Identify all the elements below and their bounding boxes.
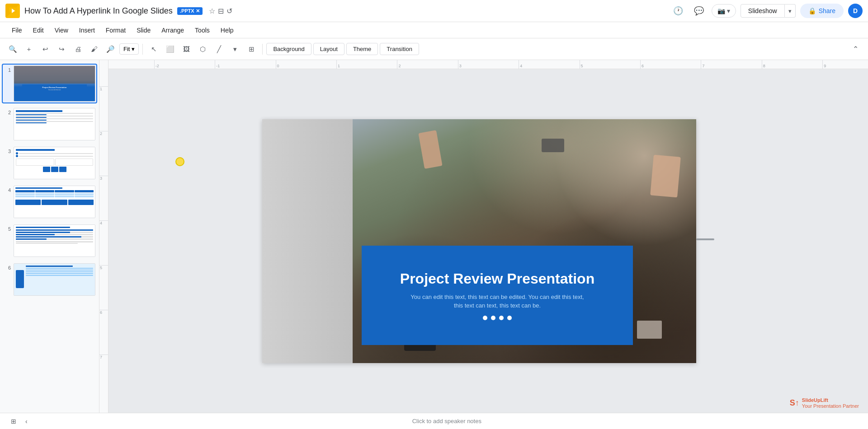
menu-help[interactable]: Help (216, 25, 238, 36)
slide-preview-1: Project Review Presentation You can edit… (14, 65, 95, 102)
menu-insert[interactable]: Insert (75, 25, 99, 36)
select-btn[interactable]: ⬜ (163, 42, 177, 56)
ruler-tick-v: 1 (99, 86, 108, 91)
menu-file[interactable]: File (7, 25, 27, 36)
app-icon (5, 4, 20, 18)
grid-view-btn[interactable]: ⊞ (7, 415, 20, 428)
horizontal-ruler: -2 -1 0 1 2 3 4 5 6 7 8 9 (108, 60, 868, 69)
toolbar: 🔍 + ↩ ↪ 🖨 🖌 🔎 Fit ▾ ↖ ⬜ 🖼 ⬡ ╱ ▾ ⊞ Backgr… (0, 38, 868, 60)
history-icon2[interactable]: ↺ (226, 7, 232, 15)
menu-bar: File Edit View Insert Format Slide Arran… (0, 22, 868, 38)
slide-preview-4 (14, 186, 95, 218)
ruler-tick-v: 6 (99, 310, 108, 315)
cursor-btn[interactable]: ↖ (146, 42, 161, 56)
ruler-tick: 4 (519, 60, 522, 69)
slide-thumb-4[interactable]: 4 (2, 184, 97, 220)
ruler-tick: 9 (822, 60, 826, 69)
slide-canvas-area[interactable]: Project Review Presentation You can edit… (108, 69, 868, 413)
slide-thumb-3[interactable]: 3 (2, 145, 97, 181)
ruler-tick-v: 2 (99, 131, 108, 136)
menu-view[interactable]: View (50, 25, 73, 36)
layout-btn[interactable]: Layout (313, 43, 344, 55)
document-title: How To Add A Hyperlink In Google Slides (24, 6, 173, 16)
slide-number-4: 4 (4, 187, 11, 193)
divider-2 (262, 44, 263, 55)
slides-panel: 1 Project Review Presentation You can ed… (0, 60, 99, 413)
ruler-tick-v: 4 (99, 220, 108, 225)
theme-btn[interactable]: Theme (346, 43, 378, 55)
ruler-tick: 7 (701, 60, 704, 69)
lock-icon: 🔒 (808, 7, 816, 14)
ruler-tick: 6 (640, 60, 644, 69)
ruler-tick-v: 3 (99, 176, 108, 181)
menu-slide[interactable]: Slide (132, 25, 155, 36)
dot-2 (491, 316, 495, 320)
image-btn[interactable]: 🖼 (179, 42, 193, 56)
slide-thumb-1[interactable]: 1 Project Review Presentation You can ed… (2, 64, 97, 103)
top-right-actions: 🕐 💬 📷 ▾ Slideshow ▾ 🔒 Share D (670, 3, 863, 19)
slide-gray-panel (262, 119, 353, 363)
camera-icon: 📷 (717, 7, 725, 14)
slideshow-dropdown-btn[interactable]: ▾ (785, 4, 796, 18)
dot-3 (499, 316, 504, 320)
dot-4 (507, 316, 512, 320)
ruler-tick-v: 5 (99, 265, 108, 270)
ruler-tick: 2 (397, 60, 401, 69)
canvas-area: -2 -1 0 1 2 3 4 5 6 7 8 9 1 2 3 4 5 (99, 60, 868, 413)
slideshow-button[interactable]: Slideshow (741, 4, 785, 18)
active-slide[interactable]: Project Review Presentation You can edit… (262, 119, 696, 363)
slide-preview-3 (14, 147, 95, 179)
background-btn[interactable]: Background (266, 43, 311, 55)
ruler-tick: -2 (154, 60, 159, 69)
horizontal-ruler-container: -2 -1 0 1 2 3 4 5 6 7 8 9 (99, 60, 868, 69)
slide-title: Project Review Presentation (400, 270, 594, 287)
zoom-label: Fit (123, 46, 130, 52)
menu-arrange[interactable]: Arrange (157, 25, 189, 36)
print-btn[interactable]: 🖨 (71, 42, 85, 56)
zoom-select[interactable]: Fit ▾ (119, 43, 139, 55)
toolbar-collapse-btn[interactable]: ⌃ (848, 42, 863, 56)
slide-number-2: 2 (4, 110, 11, 115)
slide-thumb-5[interactable]: 5 (2, 223, 97, 259)
slide-thumb-6[interactable]: 6 (2, 261, 97, 298)
slide-blue-box[interactable]: Project Review Presentation You can edit… (362, 246, 633, 345)
menu-tools[interactable]: Tools (190, 25, 214, 36)
share-button[interactable]: 🔒 Share (800, 4, 844, 18)
slide-preview-5 (14, 224, 95, 257)
user-avatar[interactable]: D (848, 4, 863, 18)
ruler-tick-v: 7 (99, 354, 108, 359)
line-btn[interactable]: ╱ (212, 42, 226, 56)
zoom-plus-btn[interactable]: + (22, 42, 36, 56)
history-btn[interactable]: 🕐 (670, 3, 686, 19)
ruler-tick: 8 (762, 60, 765, 69)
slide-number-6: 6 (4, 265, 11, 270)
speaker-notes[interactable]: Click to add speaker notes (33, 418, 861, 424)
menu-format[interactable]: Format (101, 25, 130, 36)
slide-preview-2 (14, 108, 95, 140)
sidebar-collapse-btn[interactable]: ‹ (25, 418, 28, 425)
camera-dropdown: ▾ (727, 7, 730, 14)
redo-btn[interactable]: ↪ (54, 42, 69, 56)
slide-subtitle: You can edit this text, this text can be… (410, 293, 584, 310)
line-dropdown-btn[interactable]: ▾ (228, 42, 242, 56)
zoom-dropdown-icon: ▾ (132, 46, 135, 52)
comment-insert-btn[interactable]: ⊞ (244, 42, 259, 56)
present-btn[interactable]: 📷 ▾ (712, 4, 736, 18)
search-btn[interactable]: 🔍 (5, 42, 20, 56)
star-icon[interactable]: ☆ (209, 7, 215, 15)
undo-btn[interactable]: ↩ (38, 42, 52, 56)
ruler-tick: 5 (580, 60, 583, 69)
transition-btn[interactable]: Transition (380, 43, 419, 55)
slide-dot-indicators (483, 316, 512, 320)
ruler-tick: 0 (276, 60, 279, 69)
ruler-tick: 3 (458, 60, 462, 69)
zoom-btn[interactable]: 🔎 (103, 42, 118, 56)
menu-edit[interactable]: Edit (28, 25, 48, 36)
ruler-tick: -1 (215, 60, 220, 69)
divider-1 (142, 44, 143, 55)
shapes-btn[interactable]: ⬡ (195, 42, 210, 56)
comments-btn[interactable]: 💬 (691, 3, 707, 19)
paint-format-btn[interactable]: 🖌 (87, 42, 101, 56)
keep-icon[interactable]: ⊟ (218, 7, 224, 15)
slide-thumb-2[interactable]: 2 (2, 106, 97, 142)
